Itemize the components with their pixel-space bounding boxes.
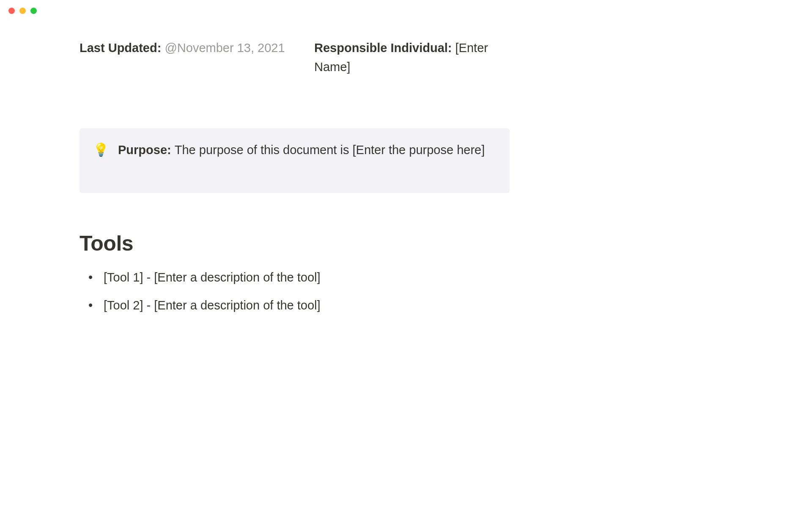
minimize-window-button[interactable] bbox=[19, 8, 26, 14]
document-content[interactable]: Last Updated: @November 13, 2021 Respons… bbox=[0, 22, 588, 315]
lightbulb-icon: 💡 bbox=[93, 141, 109, 159]
purpose-label: Purpose: bbox=[118, 143, 175, 157]
meta-row: Last Updated: @November 13, 2021 Respons… bbox=[80, 39, 510, 77]
window-titlebar bbox=[0, 0, 588, 22]
responsible-field[interactable]: Responsible Individual: [Enter Name] bbox=[314, 39, 510, 77]
last-updated-value[interactable]: @November 13, 2021 bbox=[165, 41, 285, 55]
maximize-window-button[interactable] bbox=[30, 8, 37, 14]
last-updated-field[interactable]: Last Updated: @November 13, 2021 bbox=[80, 39, 314, 77]
close-window-button[interactable] bbox=[8, 8, 15, 14]
last-updated-label: Last Updated: bbox=[80, 41, 165, 55]
tools-heading[interactable]: Tools bbox=[80, 231, 510, 256]
tools-list: [Tool 1] - [Enter a description of the t… bbox=[82, 268, 510, 315]
purpose-text[interactable]: The purpose of this document is [Enter t… bbox=[175, 143, 485, 157]
purpose-callout[interactable]: 💡 Purpose: The purpose of this document … bbox=[80, 128, 510, 193]
list-item[interactable]: [Tool 2] - [Enter a description of the t… bbox=[82, 296, 510, 315]
responsible-label: Responsible Individual: bbox=[314, 41, 455, 55]
list-item[interactable]: [Tool 1] - [Enter a description of the t… bbox=[82, 268, 510, 287]
